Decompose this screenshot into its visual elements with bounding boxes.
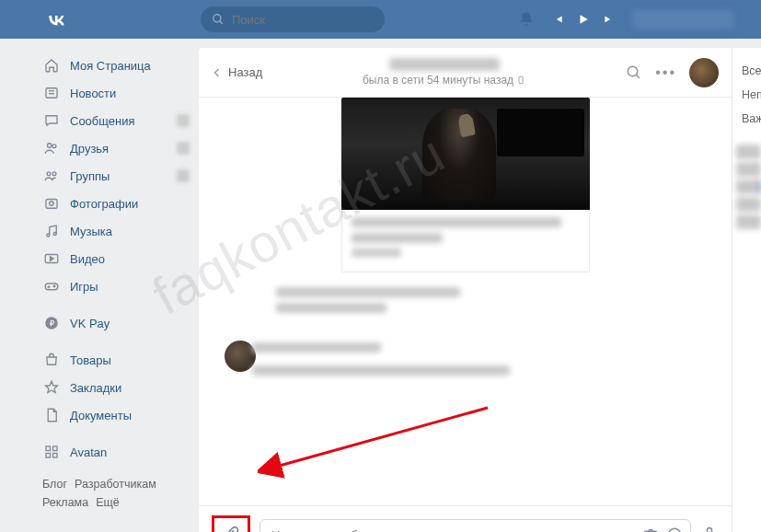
svg-point-6: [52, 145, 56, 148]
chat-panel: Назад была в сети 54 минуты назад •••: [199, 48, 732, 532]
star-icon: [42, 378, 61, 397]
sidebar-item-label: Моя Страница: [70, 59, 151, 73]
emoji-icon[interactable]: [666, 526, 683, 532]
sidebar-item-games[interactable]: Игры: [42, 272, 193, 300]
svg-point-7: [47, 172, 51, 176]
sidebar-item-label: Сообщения: [70, 114, 135, 128]
games-icon: [42, 277, 61, 295]
sidebar-item-groups[interactable]: Группы: [42, 162, 193, 190]
footer-link-blog[interactable]: Блог: [42, 478, 67, 491]
messages-icon: [42, 111, 61, 130]
svg-point-8: [52, 172, 56, 176]
chat-search-icon[interactable]: [626, 64, 642, 81]
user-menu[interactable]: [632, 10, 733, 29]
music-player-controls: [551, 13, 616, 26]
sidebar-item-my-page[interactable]: Моя Страница: [42, 52, 193, 79]
notification-bell-icon[interactable]: [518, 11, 535, 28]
left-sidebar: Моя Страница Новости Сообщения Друзья Гр…: [42, 39, 193, 532]
sidebar-item-label: Видео: [70, 252, 105, 266]
next-track-icon[interactable]: [603, 13, 616, 26]
message-avatar[interactable]: [225, 341, 256, 372]
search-input[interactable]: [232, 13, 374, 27]
chat-title: была в сети 54 минуты назад: [262, 58, 626, 87]
attach-button[interactable]: [218, 522, 244, 532]
contact-avatar[interactable]: [689, 58, 719, 87]
paperclip-icon: [221, 525, 241, 532]
messages-badge: [177, 114, 190, 127]
svg-rect-9: [46, 200, 57, 209]
svg-line-26: [636, 75, 640, 78]
video-icon: [42, 249, 61, 268]
svg-rect-21: [53, 446, 58, 451]
friends-badge: [177, 142, 190, 155]
right-item[interactable]: [736, 162, 761, 177]
top-header: [0, 0, 761, 39]
chat-menu-icon[interactable]: •••: [655, 64, 676, 81]
market-icon: [42, 351, 61, 369]
photos-icon: [42, 194, 61, 213]
sidebar-item-label: Группы: [70, 169, 110, 183]
message-text: [276, 287, 460, 297]
vkpay-icon: ₽: [42, 314, 61, 332]
sidebar-item-avatan[interactable]: Avatan: [42, 438, 193, 466]
right-item[interactable]: [736, 145, 761, 159]
prev-track-icon[interactable]: [551, 13, 564, 26]
chat-input-row: [199, 505, 732, 532]
message-input-wrapper: [259, 519, 691, 532]
header-right: [518, 10, 752, 29]
music-icon: [42, 222, 61, 240]
svg-rect-20: [46, 446, 51, 451]
chat-body: [199, 98, 732, 505]
svg-point-17: [53, 285, 55, 287]
sidebar-item-photos[interactable]: Фотографии: [42, 190, 193, 217]
footer-link-more[interactable]: Ещё: [96, 496, 120, 509]
sidebar-item-documents[interactable]: Документы: [42, 401, 193, 429]
sidebar-item-messages[interactable]: Сообщения: [42, 107, 193, 134]
sidebar-item-label: Фотографии: [70, 197, 138, 211]
groups-icon: [42, 167, 61, 185]
camera-icon[interactable]: [642, 526, 659, 532]
sidebar-item-bookmarks[interactable]: Закладки: [42, 374, 193, 401]
svg-rect-32: [708, 528, 712, 533]
message-input[interactable]: [271, 528, 657, 533]
sidebar-item-label: Документы: [70, 409, 132, 422]
attachment-caption: [341, 210, 590, 272]
footer-link-developers[interactable]: Разработчикам: [75, 478, 156, 491]
voice-message-button[interactable]: [700, 526, 719, 532]
svg-point-0: [213, 15, 221, 22]
filter-unread[interactable]: Неп: [732, 83, 761, 107]
attachment-image: [341, 98, 590, 210]
footer-link-ads[interactable]: Реклама: [42, 496, 88, 509]
message-attachment-card[interactable]: [341, 98, 590, 272]
right-item[interactable]: [736, 197, 761, 212]
svg-line-1: [220, 21, 223, 24]
sidebar-item-music[interactable]: Музыка: [42, 217, 193, 245]
play-icon[interactable]: [577, 13, 590, 26]
chat-contact-name: [389, 58, 500, 71]
sidebar-item-label: Avatan: [70, 445, 107, 459]
news-icon: [42, 84, 61, 102]
home-icon: [42, 56, 61, 75]
document-icon: [42, 406, 61, 424]
right-item-active[interactable]: [736, 179, 761, 194]
mobile-icon: [516, 75, 525, 85]
svg-point-12: [53, 233, 56, 236]
sidebar-item-video[interactable]: Видео: [42, 245, 193, 272]
back-button[interactable]: Назад: [212, 65, 262, 79]
svg-point-11: [47, 234, 50, 237]
vk-logo[interactable]: [44, 7, 68, 31]
search-box[interactable]: [201, 6, 385, 32]
svg-rect-23: [53, 454, 58, 458]
attach-highlight-box: [212, 515, 250, 532]
svg-point-29: [668, 528, 681, 532]
sidebar-item-news[interactable]: Новости: [42, 79, 193, 107]
filter-all[interactable]: Все: [732, 59, 761, 83]
filter-important[interactable]: Важ: [732, 107, 761, 131]
sidebar-item-market[interactable]: Товары: [42, 346, 193, 374]
sidebar-item-vkpay[interactable]: ₽ VK Pay: [42, 309, 193, 337]
sidebar-item-friends[interactable]: Друзья: [42, 134, 193, 162]
right-item[interactable]: [736, 214, 761, 229]
svg-text:₽: ₽: [50, 319, 54, 328]
chat-status: была в сети 54 минуты назад: [262, 74, 626, 87]
sidebar-item-label: Товары: [70, 353, 111, 367]
